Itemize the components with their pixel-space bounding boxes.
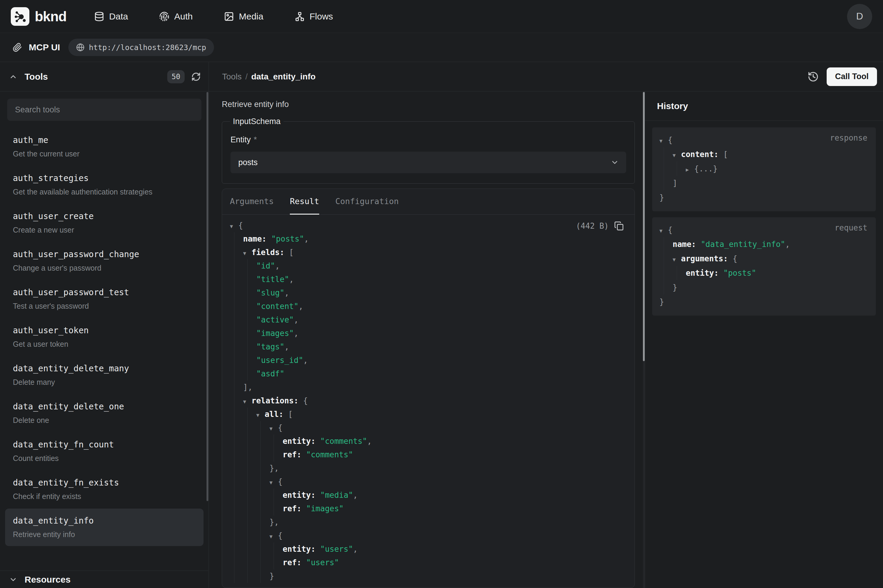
workflow-icon [295,11,305,22]
image-icon [224,11,234,22]
json-line: name: "data_entity_info", [660,237,869,252]
tool-item-data_entity_delete_many[interactable]: data_entity_delete_manyDelete many [5,356,204,394]
tool-name: auth_user_password_change [13,249,196,259]
user-avatar[interactable]: D [847,4,872,29]
search-input[interactable] [7,99,201,121]
mcp-bar: MCP UI http://localhost:28623/mcp [0,33,883,62]
nav-item-media[interactable]: Media [224,11,264,22]
call-tool-button[interactable]: Call Tool [827,68,877,86]
json-line: ▼{ [660,223,869,237]
entity-select-value: posts [238,158,258,167]
tool-item-data_entity_info[interactable]: data_entity_infoRetrieve entity info [5,508,204,546]
tools-heading: Tools [25,72,48,82]
tool-item-auth_user_token[interactable]: auth_user_tokenGet a user token [5,318,204,356]
tool-name: auth_user_create [13,211,196,221]
breadcrumb-current: data_entity_info [251,72,316,81]
tool-description: Get the available authentication strateg… [13,188,196,196]
chevron-down-icon [610,158,619,166]
nav-item-label: Auth [174,11,193,22]
json-line: entity: "posts" [660,266,869,280]
json-line: ▼{ [230,475,634,489]
collapse-toggle-icon[interactable]: ▼ [270,476,278,489]
primary-nav: DataAuthMediaFlows [94,11,333,22]
expand-toggle-icon[interactable]: ▶ [686,162,694,177]
json-line: entity: "users", [230,543,634,556]
result-tabs: ArgumentsResultConfiguration [222,189,634,214]
tool-name: auth_user_password_test [13,287,196,297]
resources-section-header[interactable]: Resources [0,571,208,588]
json-line: } [660,295,869,309]
collapse-toggle-icon[interactable]: ▼ [660,224,668,238]
json-line: ▼{ [230,421,634,435]
globe-icon [76,43,84,51]
tool-item-auth_strategies[interactable]: auth_strategiesGet the available authent… [5,166,204,204]
collapse-toggle-icon[interactable]: ▼ [673,148,681,162]
collapse-toggle-icon[interactable]: ▼ [660,134,668,148]
history-toggle-button[interactable] [808,71,819,82]
json-line: ▼relations: { [230,394,634,408]
json-line: } [660,190,869,205]
collapse-toggle-icon[interactable]: ▼ [673,252,681,267]
database-icon [94,11,104,22]
tool-name: data_entity_info [13,516,196,526]
result-panel: ArgumentsResultConfiguration (442 B) ▼{n… [222,189,635,588]
nav-item-flows[interactable]: Flows [295,11,333,22]
sidebar-scrollbar[interactable] [207,92,208,501]
breadcrumb-section[interactable]: Tools [222,72,241,81]
tab-configuration[interactable]: Configuration [336,189,399,214]
bknd-logo-icon [11,7,29,26]
collapse-toggle-icon[interactable]: ▼ [256,408,265,422]
history-entry-response[interactable]: response▼{▼content: [▶{...}]} [652,128,876,211]
tool-item-auth_user_create[interactable]: auth_user_createCreate a new user [5,204,204,242]
json-line: ] [660,176,869,190]
mcp-url-pill[interactable]: http://localhost:28623/mcp [68,39,214,56]
fingerprint-icon [159,11,169,22]
history-entries: response▼{▼content: [▶{...}]}request▼{na… [645,121,883,322]
collapse-toggle-icon[interactable]: ▼ [230,220,238,233]
tool-item-data_entity_fn_count[interactable]: data_entity_fn_countCount entities [5,432,204,470]
tool-item-data_entity_fn_exists[interactable]: data_entity_fn_existsCheck if entity exi… [5,471,204,508]
app-window: bknd DataAuthMediaFlows D MCP UI http://… [0,0,883,588]
tab-arguments[interactable]: Arguments [230,189,274,214]
collapse-toggle-icon[interactable]: ▼ [270,530,278,543]
tool-item-data_entity_delete_one[interactable]: data_entity_delete_oneDelete one [5,394,204,432]
chevron-up-icon [9,72,17,81]
nav-item-auth[interactable]: Auth [159,11,193,22]
tool-description: Count entities [13,454,196,463]
tools-section-header[interactable]: Tools 50 [0,62,208,92]
json-line: ▼{ [660,133,869,147]
tool-list: auth_meGet the current userauth_strategi… [5,128,204,571]
json-line: "images", [230,327,634,340]
json-line: "asdf" [230,367,634,381]
bknd-logo[interactable]: bknd [11,7,66,26]
json-line: }, [230,462,634,475]
refresh-tools-button[interactable] [191,72,201,81]
tool-description: Check if entity exists [13,492,196,501]
tool-description: Delete one [13,416,196,424]
json-line: ▼{ [230,529,634,543]
mcp-url: http://localhost:28623/mcp [89,43,206,52]
tab-result[interactable]: Result [290,189,319,214]
tool-description: Get the current user [13,150,196,158]
collapse-toggle-icon[interactable]: ▼ [243,395,252,408]
json-line: "active", [230,313,634,327]
json-line: "id", [230,259,634,273]
nav-item-data[interactable]: Data [94,11,128,22]
collapse-toggle-icon[interactable]: ▼ [270,422,278,435]
tool-description: Get a user token [13,340,196,348]
nav-item-label: Flows [310,11,333,22]
tool-item-auth_me[interactable]: auth_meGet the current user [5,128,204,165]
entity-field-label: Entity* [231,135,626,144]
tool-item-auth_user_password_test[interactable]: auth_user_password_testTest a user's pas… [5,280,204,318]
tool-name: data_entity_delete_many [13,363,196,374]
page-title: MCP UI [29,42,60,52]
tool-item-auth_user_password_change[interactable]: auth_user_password_changeChange a user's… [5,242,204,280]
entity-select[interactable]: posts [231,152,626,173]
tool-description: Retrieve entity info [222,100,635,109]
json-line: ▼content: [ [660,147,869,162]
json-line: ▼{ [230,219,634,232]
json-line: ▼all: [ [230,408,634,421]
history-panel: History response▼{▼content: [▶{...}]}req… [645,92,883,588]
collapse-toggle-icon[interactable]: ▼ [243,247,252,260]
history-entry-request[interactable]: request▼{name: "data_entity_info",▼argum… [652,217,876,316]
